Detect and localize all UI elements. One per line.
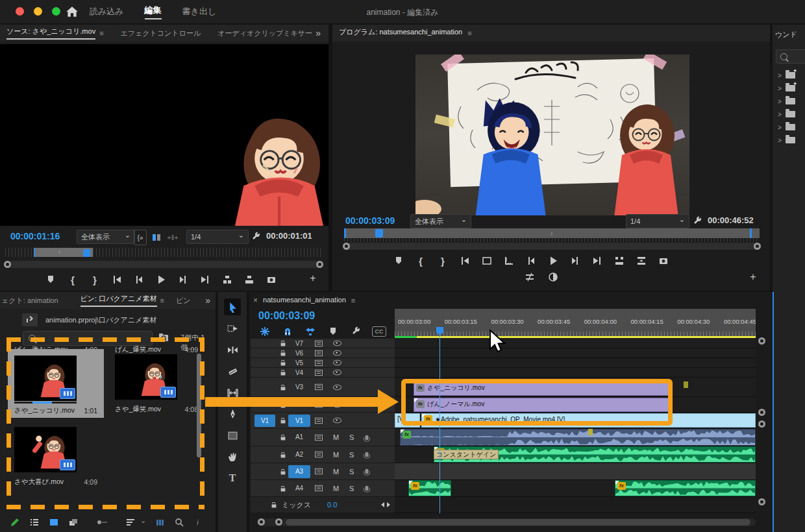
panel-menu-icon[interactable]: ≡ — [99, 29, 103, 37]
hand-tool[interactable] — [224, 448, 241, 465]
chevron-right-icon[interactable]: > — [778, 72, 782, 79]
snap-in-monitor-button[interactable] — [519, 270, 540, 284]
timeline-clip-a4a[interactable]: fx — [408, 480, 451, 496]
zoom-slider[interactable] — [83, 515, 121, 529]
track-lock-icon[interactable] — [272, 504, 277, 507]
titlebar-tab-書き出し[interactable]: 書き出し — [182, 6, 217, 18]
writable-pencil-icon[interactable] — [5, 515, 25, 529]
info-label[interactable]: i — [197, 518, 198, 526]
tab-bin-2-fragment[interactable]: ビン — [176, 296, 191, 306]
go-to-out-button[interactable] — [195, 272, 216, 287]
add-marker-button[interactable] — [327, 324, 340, 339]
traffic-zoom-button[interactable] — [52, 7, 60, 16]
track-lock-icon[interactable] — [281, 488, 286, 491]
tab-audio-clip-mixer[interactable]: オーディオクリップミキサー — [217, 29, 312, 38]
timeline-clip-a4b[interactable]: fx — [615, 480, 756, 496]
sync-lock-icon[interactable] — [315, 468, 323, 474]
track-target-A1[interactable]: A1 — [288, 431, 310, 444]
tab-bin[interactable]: ビン: 口パクアニメ素材 — [80, 294, 157, 307]
timeline-zoom-knob-mid2[interactable] — [758, 420, 765, 428]
mix-keyframe-icon[interactable] — [380, 500, 391, 510]
track-lock-icon[interactable] — [281, 437, 286, 440]
step-forward-button[interactable] — [173, 272, 193, 287]
icon-view-icon[interactable] — [44, 515, 64, 529]
track-mute-button[interactable]: M — [333, 485, 339, 492]
timeline-zoom-knob-top[interactable] — [758, 337, 765, 345]
bin-item[interactable]: さや_ニッコリ.mov1:01 — [8, 349, 104, 418]
voiceover-record-icon[interactable] — [365, 469, 368, 474]
go-to-out-button[interactable] — [587, 254, 608, 268]
mark-in-button[interactable]: { — [410, 254, 431, 268]
track-visibility-icon[interactable] — [333, 341, 341, 346]
timeline-playhead-handle[interactable] — [436, 326, 444, 337]
add-edit-icon[interactable]: +‖+ — [166, 230, 179, 245]
timeline-clip-a1[interactable]: fx — [400, 429, 756, 446]
track-target-V4[interactable]: V4 — [288, 369, 310, 376]
right-panel-search-input[interactable] — [776, 49, 805, 64]
panel-menu-icon[interactable]: ≡ — [351, 296, 355, 304]
chevron-right-icon[interactable]: > — [778, 137, 782, 144]
add-marker-button[interactable] — [388, 254, 409, 268]
track-solo-button[interactable]: S — [349, 468, 354, 476]
sync-lock-icon[interactable] — [315, 452, 323, 457]
track-lane-mix[interactable] — [395, 497, 756, 513]
extract-button[interactable] — [631, 254, 652, 268]
list-view-icon[interactable] — [25, 515, 44, 529]
folder-row[interactable]: >★ — [773, 69, 805, 82]
tab-effect-controls[interactable]: エフェクトコントロール — [121, 29, 201, 38]
search-icon[interactable] — [169, 515, 189, 529]
titlebar-tab-編集[interactable]: 編集 — [145, 5, 162, 19]
program-playback-resolution[interactable]: 1/4⌄ — [626, 214, 689, 228]
tab-overflow-icon[interactable]: » — [316, 28, 321, 38]
bin-item-thumbnail[interactable] — [14, 427, 77, 472]
program-h-scrollbar[interactable] — [344, 243, 760, 250]
folder-row[interactable]: > — [773, 108, 805, 121]
overwrite-button[interactable] — [239, 272, 260, 287]
track-visibility-icon[interactable] — [333, 418, 341, 424]
folder-row[interactable]: > — [773, 95, 805, 108]
track-lane-V7[interactable] — [395, 339, 756, 348]
chevron-right-icon[interactable]: > — [778, 124, 782, 131]
track-solo-button[interactable]: S — [349, 451, 354, 459]
track-mute-button[interactable]: M — [333, 433, 339, 441]
folder-row[interactable]: >★ — [773, 82, 805, 95]
sync-lock-icon[interactable] — [315, 340, 323, 346]
export-frame-button[interactable] — [653, 254, 674, 268]
mix-gain-value[interactable]: 0.0 — [327, 501, 337, 509]
source-h-scrollbar[interactable] — [5, 261, 322, 268]
rectangle-tool[interactable] — [224, 427, 241, 444]
bin-item-thumbnail[interactable] — [115, 354, 177, 400]
source-playhead[interactable] — [83, 249, 90, 257]
folder-row[interactable]: > — [773, 134, 805, 147]
track-lock-icon[interactable] — [281, 420, 286, 423]
mark-out-button[interactable]: } — [432, 254, 453, 268]
step-back-button[interactable] — [521, 254, 541, 268]
voiceover-record-icon[interactable] — [365, 435, 368, 440]
track-lane-A3[interactable] — [395, 463, 756, 480]
track-lock-icon[interactable] — [281, 454, 286, 457]
ripple-edit-tool[interactable] — [224, 341, 241, 358]
settings-button[interactable] — [349, 324, 362, 339]
track-visibility-icon[interactable] — [333, 350, 341, 356]
settings-wrench-icon[interactable] — [687, 214, 708, 228]
sync-lock-icon[interactable] — [315, 434, 323, 440]
voiceover-record-icon[interactable] — [365, 486, 368, 491]
monitor-overlay-icon[interactable] — [151, 230, 162, 245]
home-icon[interactable] — [65, 5, 79, 19]
chevron-right-icon[interactable]: > — [778, 111, 782, 118]
program-scrub-bar[interactable]: ‖ — [344, 228, 760, 238]
sync-lock-icon[interactable] — [315, 485, 323, 491]
track-select-forward-tool[interactable] — [224, 320, 241, 337]
navigate-up-icon[interactable] — [22, 313, 38, 326]
track-target-V6[interactable]: V6 — [288, 350, 310, 357]
rulers-button[interactable] — [499, 254, 519, 268]
sync-lock-icon[interactable] — [315, 417, 323, 423]
captions-icon[interactable]: CC — [372, 326, 386, 337]
step-back-button[interactable] — [129, 272, 149, 287]
settings-wrench-icon[interactable] — [245, 230, 266, 244]
source-scrub-ticks[interactable]: ‖ — [5, 248, 322, 257]
mark-out-button[interactable]: } — [84, 272, 105, 287]
track-solo-button[interactable]: S — [349, 433, 354, 441]
tab-program[interactable]: プログラム: natsumesanchi_animation — [339, 27, 462, 39]
tab-sound-fragment[interactable]: ウンド — [775, 30, 797, 42]
